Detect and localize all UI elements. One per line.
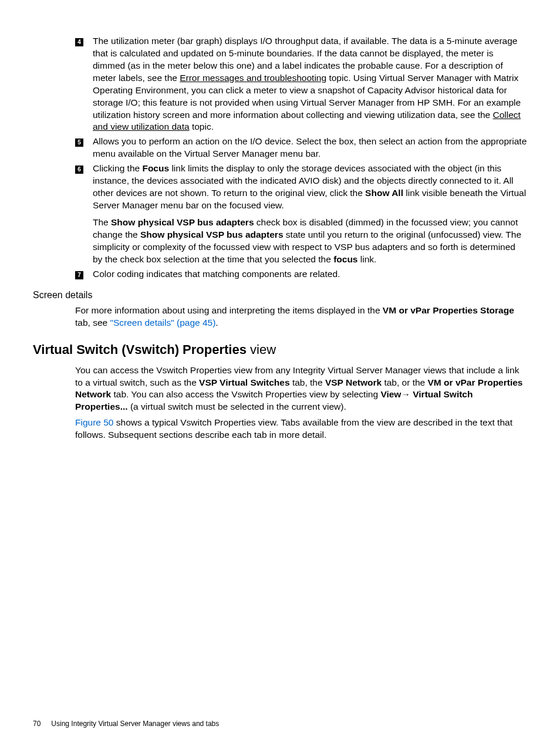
screen-details-body: For more information about using and int… — [75, 305, 527, 329]
text: Clicking the — [93, 163, 142, 173]
item-6-body: Clicking the Focus link limits the displ… — [93, 163, 527, 265]
item-6-para2: The Show physical VSP bus adapters check… — [93, 217, 527, 266]
bold-vsp-virtual-switches: VSP Virtual Switches — [199, 377, 290, 387]
list-item-7: 7 Color coding indicates that matching c… — [75, 268, 527, 281]
bold-vsp-network: VSP Network — [325, 377, 382, 387]
marker-4: 4 — [75, 35, 89, 133]
section-para1: You can access the Vswitch Properties vi… — [75, 364, 527, 414]
section-heading-vswitch: Virtual Switch (Vswitch) Properties view — [33, 341, 527, 359]
link-screen-details-45[interactable]: "Screen details" (page 45) — [110, 318, 215, 328]
text: The — [93, 217, 111, 227]
text: Color coding indicates that matching com… — [93, 269, 340, 279]
list-item-5: 5 Allows you to perform an action on the… — [75, 136, 527, 160]
text: . — [215, 318, 218, 328]
page-content: 4 The utilization meter (bar graph) disp… — [0, 0, 560, 441]
bold-focus-2: focus — [333, 254, 357, 264]
bold-focus: Focus — [142, 163, 169, 173]
marker-6: 6 — [75, 163, 89, 265]
marker-box: 6 — [75, 166, 83, 174]
bold-show-physical-2: Show physical VSP bus adapters — [140, 229, 284, 239]
section-body: You can access the Vswitch Properties vi… — [75, 364, 527, 442]
text: Allows you to perform an action on the I… — [93, 136, 527, 158]
text: shows a typical Vswitch Properties view.… — [75, 417, 512, 440]
marker-box: 4 — [75, 38, 83, 46]
item-6-para1: Clicking the Focus link limits the displ… — [93, 163, 527, 212]
arrow-icon: → — [401, 389, 413, 399]
list-item-4: 4 The utilization meter (bar graph) disp… — [75, 35, 527, 133]
item-5-body: Allows you to perform an action on the I… — [93, 136, 527, 160]
item-7-body: Color coding indicates that matching com… — [93, 268, 527, 281]
heading-rest: view — [247, 342, 276, 357]
bold-vm-vpar-storage: VM or vPar Properties Storage — [383, 305, 514, 315]
marker-box: 7 — [75, 271, 83, 279]
marker-7: 7 — [75, 268, 89, 281]
link-figure-50[interactable]: Figure 50 — [75, 417, 113, 427]
text: tab, or the — [382, 377, 427, 387]
text: For more information about using and int… — [75, 305, 383, 315]
text: tab, the — [290, 377, 325, 387]
text: tab. You can also access the Vswitch Pro… — [111, 389, 380, 399]
bold-show-physical-1: Show physical VSP bus adapters — [111, 217, 254, 227]
section-para2: Figure 50 shows a typical Vswitch Proper… — [75, 417, 527, 441]
marker-5: 5 — [75, 136, 89, 160]
bold-show-all: Show All — [365, 188, 403, 198]
text: (a virtual switch must be selected in th… — [128, 401, 346, 411]
marker-box: 5 — [75, 139, 83, 147]
heading-bold: Virtual Switch (Vswitch) Properties — [33, 342, 247, 357]
list-item-6: 6 Clicking the Focus link limits the dis… — [75, 163, 527, 265]
footer-text: Using Integrity Virtual Server Manager v… — [51, 720, 219, 728]
link-error-messages[interactable]: Error messages and troubleshooting — [180, 73, 326, 83]
screen-details-heading: Screen details — [33, 289, 527, 302]
page-footer: 70Using Integrity Virtual Server Manager… — [33, 719, 219, 728]
numbered-list: 4 The utilization meter (bar graph) disp… — [75, 35, 527, 281]
page-number: 70 — [33, 720, 41, 728]
bold-view: View — [380, 389, 401, 399]
text: tab, see — [75, 318, 110, 328]
text: link. — [357, 254, 376, 264]
text: topic. — [190, 121, 214, 131]
item-4-body: The utilization meter (bar graph) displa… — [93, 35, 527, 133]
